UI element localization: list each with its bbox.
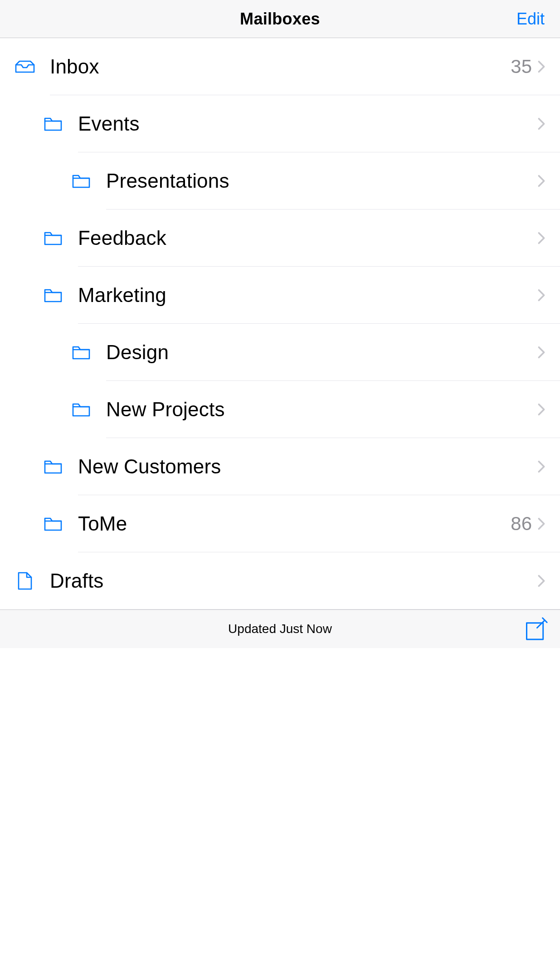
mailbox-label: New Projects (106, 398, 536, 421)
folder-icon (70, 341, 92, 363)
chevron-right-icon (536, 58, 546, 75)
row-icon-slot (28, 513, 78, 535)
folder-icon (42, 284, 64, 306)
row-icon-slot (56, 341, 106, 363)
chevron-right-icon (536, 173, 546, 189)
chevron-right-icon (536, 230, 546, 246)
row-icon-slot (28, 113, 78, 135)
row-icon-slot (28, 284, 78, 306)
unread-count: 86 (511, 513, 532, 535)
mailbox-label: Design (106, 341, 536, 364)
folder-icon (70, 399, 92, 420)
row-icon-slot (0, 56, 50, 78)
chevron-right-icon (536, 116, 546, 132)
row-icon-slot (28, 227, 78, 249)
folder-icon (42, 227, 64, 249)
mailbox-row-drafts[interactable]: Drafts (0, 552, 560, 609)
folder-icon (42, 456, 64, 478)
mailbox-row-newcustomers[interactable]: New Customers (0, 438, 560, 495)
mailbox-label: Presentations (106, 170, 536, 192)
chevron-right-icon (536, 458, 546, 475)
page-title: Mailboxes (240, 10, 320, 29)
mailbox-label: Feedback (78, 227, 536, 249)
edit-button[interactable]: Edit (516, 0, 545, 38)
status-text: Updated Just Now (228, 622, 332, 636)
chevron-right-icon (536, 401, 546, 418)
compose-icon (523, 616, 549, 642)
row-icon-slot (0, 570, 50, 592)
inbox-icon (14, 56, 36, 78)
mailbox-row-tome[interactable]: ToMe86 (0, 495, 560, 552)
mailbox-row-feedback[interactable]: Feedback (0, 210, 560, 266)
row-icon-slot (56, 399, 106, 420)
mailbox-label: ToMe (78, 512, 511, 535)
mailbox-label: New Customers (78, 455, 536, 478)
mailbox-row-inbox[interactable]: Inbox35 (0, 38, 560, 95)
row-icon-slot (56, 170, 106, 192)
svg-rect-9 (526, 623, 543, 639)
chevron-right-icon (536, 573, 546, 589)
mailbox-label: Marketing (78, 284, 536, 307)
toolbar: Updated Just Now (0, 609, 560, 648)
chevron-right-icon (536, 287, 546, 303)
compose-button[interactable] (523, 610, 549, 648)
folder-icon (70, 170, 92, 192)
mailbox-label: Events (78, 112, 536, 135)
chevron-right-icon (536, 516, 546, 532)
mailbox-list: Inbox35EventsPresentationsFeedbackMarket… (0, 38, 560, 609)
mailbox-row-events[interactable]: Events (0, 95, 560, 152)
mailbox-row-marketing[interactable]: Marketing (0, 267, 560, 323)
mailbox-row-design[interactable]: Design (0, 324, 560, 380)
folder-icon (42, 513, 64, 535)
row-icon-slot (28, 456, 78, 478)
nav-bar: Mailboxes Edit (0, 0, 560, 38)
unread-count: 35 (511, 56, 532, 78)
chevron-right-icon (536, 344, 546, 361)
mailbox-row-presentations[interactable]: Presentations (0, 152, 560, 209)
mailbox-label: Drafts (50, 570, 536, 592)
mailbox-label: Inbox (50, 55, 511, 78)
folder-icon (42, 113, 64, 135)
svg-marker-0 (16, 61, 34, 72)
drafts-icon (14, 570, 36, 592)
mailbox-row-newprojects[interactable]: New Projects (0, 381, 560, 438)
